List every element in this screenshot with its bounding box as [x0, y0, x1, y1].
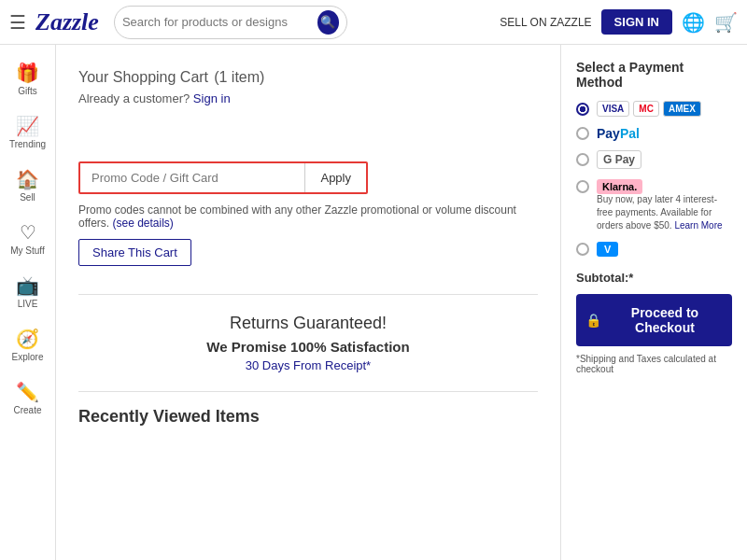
- sidebar-label-gifts: Gifts: [18, 86, 37, 96]
- gifts-icon: 🎁: [16, 62, 39, 84]
- main-layout: 🎁 Gifts 📈 Trending 🏠 Sell ♡ My Stuff 📺 L…: [0, 45, 747, 560]
- sidebar-label-sell: Sell: [20, 192, 35, 203]
- sidebar-item-gifts[interactable]: 🎁 Gifts: [0, 54, 55, 104]
- mastercard-logo: MC: [633, 101, 659, 117]
- card-logos: VISA MC AMEX: [597, 101, 701, 117]
- visa-logo: VISA: [597, 101, 629, 117]
- payment-option-venmo[interactable]: V: [576, 242, 732, 257]
- sidebar-label-trending: Trending: [9, 139, 46, 149]
- main-content: Your Shopping Cart (1 item) Already a cu…: [56, 45, 560, 560]
- checkout-button[interactable]: 🔒 Proceed to Checkout: [576, 294, 732, 346]
- payment-option-paypal[interactable]: PayPal: [576, 126, 732, 141]
- trending-icon: 📈: [16, 115, 39, 137]
- sidebar: 🎁 Gifts 📈 Trending 🏠 Sell ♡ My Stuff 📺 L…: [0, 45, 56, 560]
- see-details-link[interactable]: (see details): [112, 217, 173, 230]
- paypal-logo: PayPal: [597, 126, 640, 141]
- search-input[interactable]: [122, 15, 317, 29]
- explore-icon: 🧭: [16, 328, 39, 350]
- search-bar: 🔍: [114, 6, 347, 39]
- sidebar-item-my-stuff[interactable]: ♡ My Stuff: [0, 214, 55, 263]
- promo-section: Apply Promo codes cannot be combined wit…: [78, 161, 538, 266]
- share-cart-button[interactable]: Share This Cart: [78, 239, 191, 266]
- payment-panel: Select a Payment Method VISA MC AMEX Pay…: [560, 45, 747, 560]
- radio-venmo: [576, 243, 589, 256]
- sidebar-item-sell[interactable]: 🏠 Sell: [0, 161, 55, 210]
- klarna-learn-more-link[interactable]: Learn More: [674, 220, 722, 231]
- returns-title: Returns Guaranteed!: [78, 314, 538, 333]
- sidebar-item-trending[interactable]: 📈 Trending: [0, 107, 55, 157]
- returns-days[interactable]: 30 Days From Receipt*: [78, 358, 538, 372]
- search-button[interactable]: 🔍: [317, 10, 339, 35]
- search-icon: 🔍: [320, 15, 335, 29]
- promo-input[interactable]: [80, 163, 304, 192]
- recently-viewed-section: Recently Viewed Items: [78, 391, 538, 427]
- checkout-note: *Shipping and Taxes calculated at checko…: [576, 354, 732, 374]
- logo[interactable]: Zazzle: [35, 8, 99, 36]
- live-icon: 📺: [16, 274, 39, 297]
- sidebar-label-live: LIVE: [18, 299, 38, 309]
- payment-method-title: Select a Payment Method: [576, 60, 732, 90]
- sign-in-button[interactable]: SIGN IN: [601, 9, 672, 35]
- cart-item-count: (1 item): [214, 69, 264, 85]
- sidebar-label-create: Create: [13, 405, 41, 415]
- promo-note: Promo codes cannot be combined with any …: [78, 203, 538, 230]
- returns-section: Returns Guaranteed! We Promise 100% Sati…: [78, 294, 538, 372]
- radio-paypal: [576, 127, 589, 140]
- payment-option-klarna: Klarna. Buy now, pay later 4 interest-fr…: [576, 178, 732, 232]
- create-icon: ✏️: [16, 381, 39, 403]
- checkout-button-label: Proceed to Checkout: [607, 305, 723, 335]
- sidebar-item-explore[interactable]: 🧭 Explore: [0, 320, 55, 370]
- sell-on-zazzle-link[interactable]: SELL ON ZAZZLE: [500, 16, 591, 29]
- venmo-logo: V: [597, 242, 618, 257]
- recently-viewed-title: Recently Viewed Items: [78, 407, 538, 427]
- amex-logo: AMEX: [663, 101, 701, 117]
- nav-right: SELL ON ZAZZLE SIGN IN 🌐 🛒: [500, 9, 738, 35]
- gpay-logo: G Pay: [597, 150, 641, 169]
- cart-title: Your Shopping Cart (1 item): [78, 63, 538, 88]
- lock-icon: 🔒: [585, 313, 601, 328]
- klarna-logo: Klarna.: [597, 179, 642, 194]
- returns-promise: We Promise 100% Satisfaction: [78, 339, 538, 355]
- already-customer: Already a customer? Sign in: [78, 91, 538, 105]
- sign-in-link[interactable]: Sign in: [193, 91, 231, 105]
- radio-gpay: [576, 153, 589, 166]
- sell-icon: 🏠: [16, 168, 39, 190]
- apply-button[interactable]: Apply: [304, 163, 366, 192]
- sidebar-label-my-stuff: My Stuff: [10, 245, 45, 256]
- hamburger-icon[interactable]: ☰: [9, 11, 26, 34]
- sidebar-item-create[interactable]: ✏️ Create: [0, 373, 55, 423]
- radio-klarna[interactable]: [576, 180, 589, 193]
- my-stuff-icon: ♡: [20, 221, 36, 244]
- subtotal-section: Subtotal:*: [576, 270, 732, 285]
- payment-option-cards[interactable]: VISA MC AMEX: [576, 101, 732, 117]
- subtotal-label: Subtotal:*: [576, 271, 633, 285]
- top-nav: ☰ Zazzle 🔍 SELL ON ZAZZLE SIGN IN 🌐 🛒: [0, 0, 747, 45]
- payment-option-gpay[interactable]: G Pay: [576, 150, 732, 169]
- promo-box: Apply: [78, 161, 368, 194]
- radio-cards: [576, 103, 589, 116]
- globe-icon[interactable]: 🌐: [682, 11, 705, 34]
- sidebar-item-live[interactable]: 📺 LIVE: [0, 267, 55, 316]
- cart-icon[interactable]: 🛒: [714, 11, 738, 34]
- sidebar-label-explore: Explore: [12, 352, 44, 362]
- klarna-text: Buy now, pay later 4 interest-free payme…: [597, 193, 732, 232]
